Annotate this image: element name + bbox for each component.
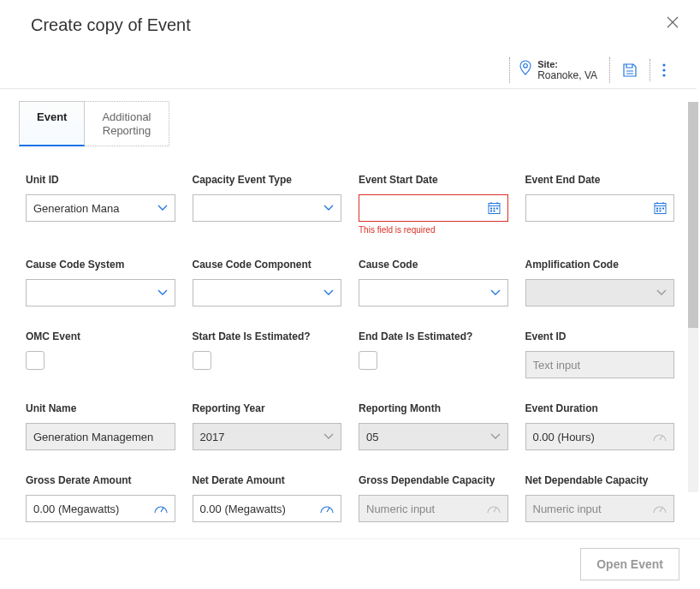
more-icon <box>662 63 666 77</box>
cause-code-component-select[interactable] <box>193 279 342 306</box>
close-icon <box>666 15 679 29</box>
svg-rect-12 <box>493 211 495 212</box>
unit-id-select[interactable]: Generation Mana <box>26 194 175 222</box>
toolbar: Site: Roanoke, VA <box>0 42 697 88</box>
field-end-date-estimated: End Date Is Estimated? <box>359 330 508 378</box>
svg-line-25 <box>494 508 496 512</box>
gauge-icon <box>320 503 334 514</box>
net-derate-input[interactable]: 0.00 (Megawatts) <box>193 495 342 522</box>
site-label: Site: <box>537 59 597 69</box>
form-grid: Unit ID Generation Mana Capacity Event T… <box>0 146 697 538</box>
site-value: Roanoke, VA <box>537 69 597 81</box>
svg-line-24 <box>327 508 329 512</box>
svg-line-23 <box>161 508 163 512</box>
save-button[interactable] <box>610 59 650 81</box>
field-cause-code-system: Cause Code System <box>26 259 175 306</box>
svg-rect-17 <box>656 208 658 210</box>
svg-rect-9 <box>493 208 495 210</box>
start-date-estimated-checkbox[interactable] <box>193 351 211 370</box>
error-text: This field is required <box>359 225 508 235</box>
tab-bar: Event Additional Reporting <box>19 101 697 146</box>
gauge-icon <box>653 503 667 514</box>
save-icon <box>622 62 638 78</box>
chevron-down-icon <box>157 289 168 296</box>
svg-point-2 <box>662 68 665 71</box>
site-selector[interactable]: Site: Roanoke, VA <box>509 57 610 83</box>
chevron-down-icon <box>490 289 501 296</box>
capacity-event-type-select[interactable] <box>193 194 342 222</box>
unit-name-input: Generation Managemen <box>26 423 175 450</box>
create-copy-event-dialog: Create copy of Event Site: Roanoke, VA <box>0 0 700 589</box>
field-start-date-estimated: Start Date Is Estimated? <box>193 330 342 378</box>
omc-event-checkbox[interactable] <box>26 351 44 370</box>
event-start-date-input[interactable] <box>359 194 508 222</box>
calendar-icon <box>654 202 667 215</box>
gauge-icon <box>154 503 168 514</box>
open-event-button[interactable]: Open Event <box>580 548 679 580</box>
field-net-derate-amount: Net Derate Amount 0.00 (Megawatts) <box>193 474 342 522</box>
field-capacity-event-type: Capacity Event Type <box>193 174 342 235</box>
dialog-footer: Open Event <box>0 538 700 589</box>
reporting-month-select: 05 <box>359 423 508 450</box>
field-event-start-date: Event Start Date This field is required <box>359 174 508 235</box>
field-amplification-code: Amplification Code <box>525 259 675 306</box>
amplification-code-select <box>525 279 675 306</box>
gross-derate-input[interactable]: 0.00 (Megawatts) <box>26 495 175 522</box>
field-reporting-year: Reporting Year 2017 <box>193 402 342 450</box>
svg-rect-19 <box>662 208 664 210</box>
field-unit-name: Unit Name Generation Managemen <box>26 402 175 450</box>
cause-code-select[interactable] <box>359 279 508 306</box>
chevron-down-icon <box>656 289 667 296</box>
dialog-title: Create copy of Event <box>31 15 191 35</box>
dialog-header: Create copy of Event <box>0 0 700 42</box>
field-net-dependable-capacity: Net Dependable Capacity Numeric input <box>525 474 675 522</box>
chevron-down-icon <box>323 205 334 211</box>
event-id-input: Text input <box>525 351 675 378</box>
svg-point-1 <box>662 63 665 66</box>
svg-line-26 <box>660 508 662 512</box>
field-unit-id: Unit ID Generation Mana <box>26 174 175 235</box>
svg-rect-10 <box>496 208 498 210</box>
field-cause-code-component: Cause Code Component <box>193 259 342 306</box>
end-date-estimated-checkbox[interactable] <box>359 351 377 370</box>
svg-rect-21 <box>660 211 661 212</box>
gauge-icon <box>653 431 667 442</box>
svg-rect-11 <box>490 211 492 212</box>
tab-event[interactable]: Event <box>19 101 85 146</box>
field-cause-code: Cause Code <box>359 259 508 306</box>
form-scroll-area[interactable]: Site: Roanoke, VA Event <box>0 42 700 538</box>
field-reporting-month: Reporting Month 05 <box>359 402 508 450</box>
tab-additional-reporting[interactable]: Additional Reporting <box>85 101 169 146</box>
chevron-down-icon <box>323 289 334 296</box>
field-event-id: Event ID Text input <box>525 330 675 378</box>
svg-rect-20 <box>656 211 658 212</box>
close-button[interactable] <box>666 15 679 29</box>
field-gross-derate-amount: Gross Derate Amount 0.00 (Megawatts) <box>26 474 175 522</box>
event-end-date-input[interactable] <box>525 194 675 222</box>
field-gross-dependable-capacity: Gross Dependable Capacity Numeric input <box>359 474 508 522</box>
field-omc-event: OMC Event <box>26 330 175 378</box>
svg-rect-8 <box>490 208 492 210</box>
svg-rect-18 <box>660 208 661 210</box>
gross-dependable-capacity-input: Numeric input <box>359 495 508 522</box>
calendar-icon <box>488 202 501 215</box>
reporting-year-select: 2017 <box>193 423 342 450</box>
field-event-duration: Event Duration 0.00 (Hours) <box>525 402 675 450</box>
svg-point-3 <box>662 74 665 76</box>
more-menu-button[interactable] <box>650 60 673 80</box>
location-icon <box>519 60 532 75</box>
event-duration-input: 0.00 (Hours) <box>525 423 675 450</box>
net-dependable-capacity-input: Numeric input <box>525 495 675 522</box>
cause-code-system-select[interactable] <box>26 279 175 306</box>
svg-point-0 <box>524 64 528 68</box>
scrollbar-thumb[interactable] <box>688 102 698 328</box>
scrollbar[interactable] <box>688 102 698 492</box>
gauge-icon <box>487 503 501 514</box>
svg-line-22 <box>660 436 662 440</box>
field-event-end-date: Event End Date <box>525 174 675 235</box>
